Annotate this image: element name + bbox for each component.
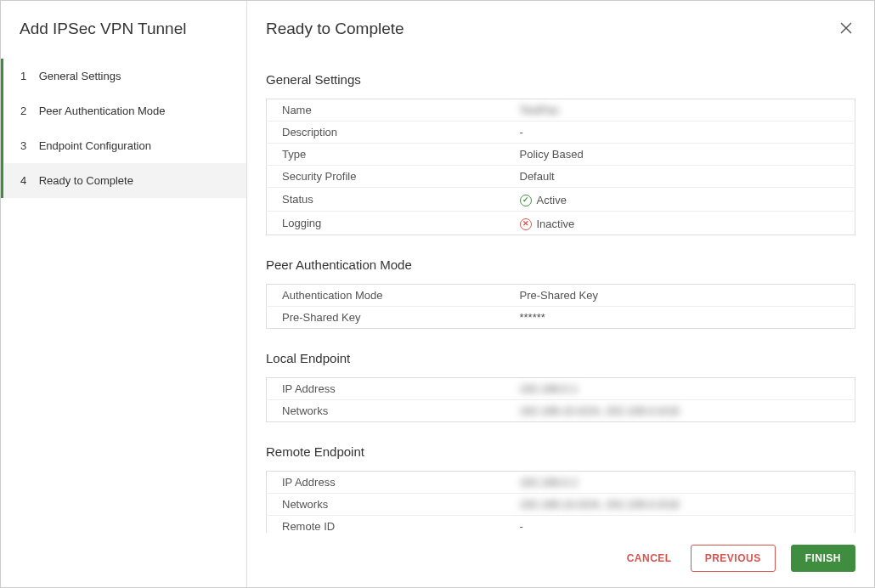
blurred-value: 192.168.10.0/24, 202.108.0.0/16: [520, 498, 680, 511]
status-inactive: ✕ Inactive: [520, 218, 575, 230]
row-value: Default: [505, 166, 855, 188]
wizard-step-endpoint-config[interactable]: 3 Endpoint Configuration: [1, 128, 246, 163]
section-remote-endpoint: Remote Endpoint IP Address 192.168.0.2 N…: [266, 444, 855, 533]
row-value: Pre-Shared Key: [505, 285, 855, 307]
row-value: 192.168.10.0/24, 202.108.0.0/16: [505, 494, 855, 516]
row-label: Security Profile: [267, 166, 505, 188]
row-value: 192.168.0.1: [505, 378, 855, 400]
main-panel: Ready to Complete General Settings Name …: [247, 1, 874, 587]
table-row: Security Profile Default: [267, 166, 855, 188]
wizard-title: Add IPSec VPN Tunnel: [1, 20, 246, 59]
general-settings-table: Name TestPas Description - Type Policy B…: [266, 99, 855, 235]
row-label: Networks: [267, 400, 505, 422]
blurred-value: 192.168.10.0/24, 202.108.0.0/16: [520, 404, 680, 417]
table-row: Status ✓ Active: [267, 188, 855, 212]
table-row: Description -: [267, 122, 855, 144]
table-row: Name TestPas: [267, 99, 855, 122]
step-label: General Settings: [39, 70, 121, 82]
row-value: Policy Based: [505, 144, 855, 166]
row-value: ✓ Active: [505, 188, 855, 212]
table-row: Remote ID -: [267, 516, 855, 534]
step-number: 3: [20, 139, 36, 152]
status-text: Active: [537, 194, 567, 206]
row-value: 192.168.10.0/24, 202.108.0.0/16: [505, 400, 855, 422]
local-endpoint-table: IP Address 192.168.0.1 Networks 192.168.…: [266, 377, 855, 422]
table-row: Networks 192.168.10.0/24, 202.108.0.0/16: [267, 494, 855, 516]
table-row: Pre-Shared Key ******: [267, 307, 855, 329]
row-value: 192.168.0.2: [505, 472, 855, 494]
check-circle-icon: ✓: [520, 195, 532, 206]
section-peer-auth: Peer Authentication Mode Authentication …: [266, 257, 855, 329]
section-title: Remote Endpoint: [266, 444, 855, 459]
x-circle-icon: ✕: [520, 218, 532, 230]
row-label: Description: [267, 122, 505, 144]
table-row: Authentication Mode Pre-Shared Key: [267, 285, 855, 307]
row-value: -: [505, 122, 855, 144]
status-active: ✓ Active: [520, 194, 567, 206]
cancel-button[interactable]: CANCEL: [624, 546, 675, 571]
row-label: Networks: [267, 494, 505, 516]
step-label: Endpoint Configuration: [39, 139, 151, 152]
table-row: Type Policy Based: [267, 144, 855, 166]
step-number: 2: [20, 105, 36, 117]
close-button[interactable]: [837, 20, 855, 38]
blurred-value: 192.168.0.2: [520, 476, 579, 489]
close-icon: [840, 22, 852, 34]
wizard-steps-list: 1 General Settings 2 Peer Authentication…: [1, 59, 246, 198]
remote-endpoint-table: IP Address 192.168.0.2 Networks 192.168.…: [266, 471, 855, 533]
row-label: Status: [267, 188, 505, 212]
row-label: IP Address: [267, 472, 505, 494]
step-number: 4: [20, 174, 36, 187]
row-label: Authentication Mode: [267, 285, 505, 307]
finish-button[interactable]: FINISH: [791, 545, 855, 572]
status-text: Inactive: [537, 218, 575, 230]
section-title: Peer Authentication Mode: [266, 257, 855, 272]
blurred-value: TestPas: [520, 104, 559, 116]
section-local-endpoint: Local Endpoint IP Address 192.168.0.1 Ne…: [266, 351, 855, 422]
page-title: Ready to Complete: [266, 20, 404, 38]
row-label: Name: [267, 99, 505, 122]
peer-auth-table: Authentication Mode Pre-Shared Key Pre-S…: [266, 284, 855, 329]
step-label: Peer Authentication Mode: [39, 105, 166, 117]
main-header: Ready to Complete: [266, 20, 855, 38]
row-value: TestPas: [505, 99, 855, 122]
table-row: Logging ✕ Inactive: [267, 212, 855, 235]
section-title: General Settings: [266, 72, 855, 87]
section-title: Local Endpoint: [266, 351, 855, 365]
blurred-value: 192.168.0.1: [520, 382, 579, 395]
table-row: Networks 192.168.10.0/24, 202.108.0.0/16: [267, 400, 855, 422]
step-label: Ready to Complete: [39, 174, 133, 187]
row-label: Logging: [267, 212, 505, 235]
table-row: IP Address 192.168.0.1: [267, 378, 855, 400]
row-label: Type: [267, 144, 505, 166]
summary-content: General Settings Name TestPas Descriptio…: [266, 72, 855, 533]
row-value: -: [505, 516, 855, 534]
step-number: 1: [20, 70, 36, 82]
wizard-step-general-settings[interactable]: 1 General Settings: [1, 59, 246, 93]
row-label: Remote ID: [267, 516, 505, 534]
row-label: IP Address: [267, 378, 505, 400]
wizard-step-ready-complete[interactable]: 4 Ready to Complete: [1, 163, 246, 198]
wizard-sidebar: Add IPSec VPN Tunnel 1 General Settings …: [1, 1, 247, 587]
wizard-footer: CANCEL PREVIOUS FINISH: [266, 533, 855, 572]
table-row: IP Address 192.168.0.2: [267, 472, 855, 494]
row-value: ******: [505, 307, 855, 329]
row-label: Pre-Shared Key: [267, 307, 505, 329]
previous-button[interactable]: PREVIOUS: [691, 545, 776, 572]
section-general-settings: General Settings Name TestPas Descriptio…: [266, 72, 855, 235]
row-value: ✕ Inactive: [505, 212, 855, 235]
wizard-step-peer-auth[interactable]: 2 Peer Authentication Mode: [1, 93, 246, 128]
